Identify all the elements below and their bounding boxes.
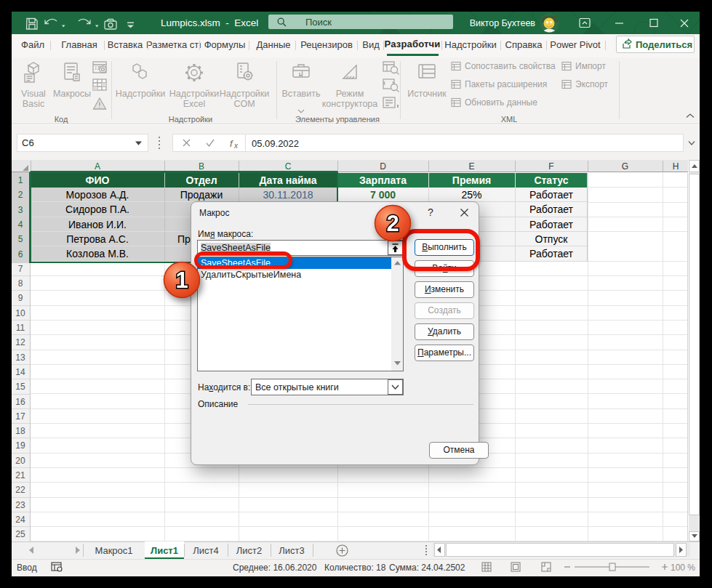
svg-text:2: 2 bbox=[386, 211, 399, 236]
svg-text:x: x bbox=[233, 142, 239, 150]
svg-text:f: f bbox=[230, 138, 233, 149]
svg-text:1: 1 bbox=[175, 267, 188, 293]
